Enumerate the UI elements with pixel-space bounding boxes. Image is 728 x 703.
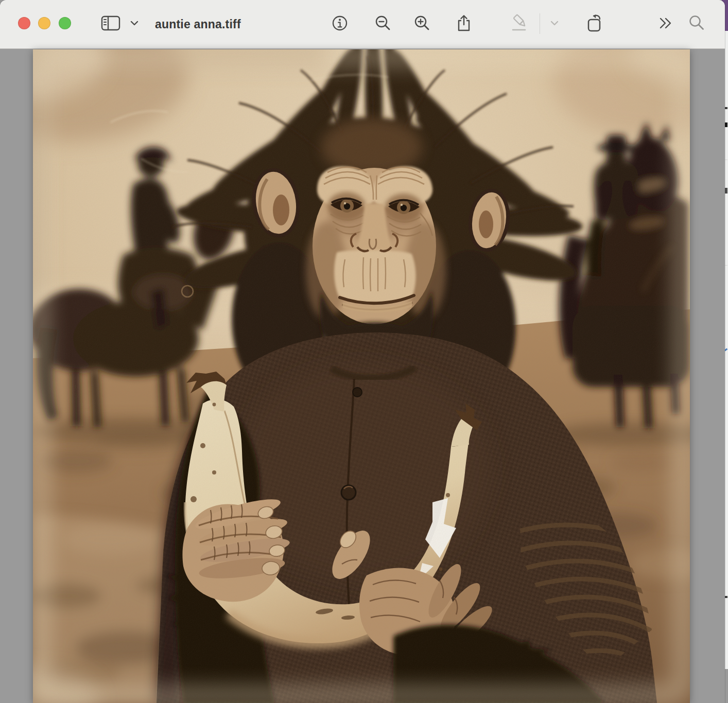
photo-auntie-anna bbox=[33, 49, 690, 703]
preview-window: auntie anna.tiff bbox=[0, 0, 725, 703]
chevron-down-icon bbox=[130, 21, 138, 26]
share-icon bbox=[455, 14, 473, 32]
zoom-out-icon bbox=[374, 14, 392, 32]
zoom-in-icon bbox=[413, 14, 431, 32]
sidebar-menu-chevron-button[interactable] bbox=[127, 12, 142, 34]
share-button[interactable] bbox=[453, 12, 475, 34]
search-icon bbox=[688, 14, 706, 32]
toolbar-separator bbox=[540, 13, 540, 34]
info-button[interactable] bbox=[328, 12, 351, 34]
zoom-button[interactable] bbox=[59, 17, 71, 29]
background-window-text-fragment bbox=[725, 188, 727, 194]
markup-pencil-icon bbox=[510, 13, 530, 33]
double-chevron-right-icon bbox=[658, 16, 673, 30]
minimize-button[interactable] bbox=[38, 17, 50, 29]
background-window-text-fragment bbox=[725, 107, 727, 109]
search-button[interactable] bbox=[686, 12, 708, 34]
sidebar-toggle-button[interactable] bbox=[99, 12, 122, 34]
zoom-in-button[interactable] bbox=[411, 12, 434, 34]
chevron-down-icon bbox=[550, 21, 559, 26]
info-icon bbox=[331, 14, 349, 32]
toolbar: auntie anna.tiff bbox=[0, 0, 725, 49]
window-title: auntie anna.tiff bbox=[155, 0, 241, 49]
document-canvas bbox=[0, 49, 725, 703]
more-toolbar-items-button[interactable] bbox=[654, 12, 677, 34]
rotate-left-button[interactable] bbox=[583, 12, 605, 34]
rotate-left-icon bbox=[584, 13, 604, 33]
markup-menu-chevron-button[interactable] bbox=[547, 12, 562, 34]
close-button[interactable] bbox=[18, 17, 30, 29]
zoom-out-button[interactable] bbox=[372, 12, 394, 34]
screen: { "window": { "title": "auntie anna.tiff… bbox=[0, 0, 728, 703]
markup-button[interactable] bbox=[509, 12, 531, 34]
sidebar-toggle-icon bbox=[101, 15, 120, 31]
